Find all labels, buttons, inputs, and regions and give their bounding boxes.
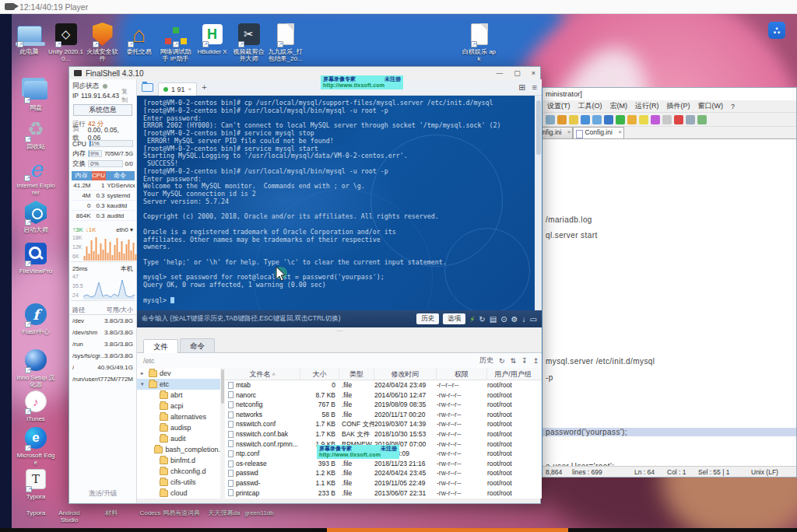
history-button[interactable]: 历史	[416, 313, 439, 324]
menu-icon[interactable]: ≡	[532, 82, 537, 93]
cmdbar-icon[interactable]: ▤	[490, 315, 497, 324]
menu-item[interactable]: 插件(P)	[667, 101, 690, 111]
toolbar-icon[interactable]	[697, 115, 707, 124]
tree-item[interactable]: alternatives	[137, 411, 224, 422]
terminal-scrollbar[interactable]	[535, 96, 542, 310]
process-row[interactable]: 864K0.3auditd	[72, 211, 135, 221]
net-interface-select[interactable]: eth0 ▾	[116, 226, 133, 233]
desktop-icon[interactable]: Unity 2020.10...	[47, 22, 84, 62]
tree-arrow-icon[interactable]: ▾	[141, 381, 146, 387]
toolbar-icon[interactable]	[592, 115, 602, 124]
tree-item[interactable]: ▾ etc	[137, 379, 224, 390]
cmdbar-icon[interactable]: ⚡	[469, 315, 475, 324]
desktop-icon[interactable]: Typora	[12, 467, 60, 500]
tree-arrow-icon[interactable]: ▸	[141, 370, 146, 376]
menu-item[interactable]: 宏(M)	[610, 101, 628, 111]
desktop-icon[interactable]: 网盘	[12, 78, 60, 111]
desktop-icon[interactable]: iTunes	[12, 389, 60, 422]
process-row[interactable]: 41.2M1YDService	[72, 180, 135, 191]
column-header[interactable]: 大小	[300, 368, 339, 380]
desktop-icon[interactable]: 网络调试助手 IP助手	[157, 22, 194, 62]
desktop-icon[interactable]: FileViewPro	[12, 241, 60, 275]
menu-item[interactable]: 窗口(W)	[698, 101, 724, 111]
splitter-handle[interactable]: ⋯	[137, 327, 542, 337]
layout-grid-icon[interactable]: ⊞	[518, 82, 525, 93]
editor-tab[interactable]: Config.ini	[542, 127, 573, 138]
new-tab-button[interactable]: +	[202, 82, 206, 92]
desktop-icon[interactable]: Internet Explorer	[12, 156, 60, 196]
toolbar-icon[interactable]	[546, 115, 555, 124]
toolbar-icon[interactable]	[639, 115, 648, 124]
tree-item[interactable]: audisp	[137, 422, 224, 433]
editor-tab[interactable]: Config.ini	[573, 127, 623, 138]
player-progress-bar[interactable]	[0, 528, 797, 532]
tab-commands[interactable]: 命令	[180, 338, 215, 352]
desktop-icon-label[interactable]: 材料	[91, 509, 132, 516]
column-header[interactable]: 权限	[437, 368, 487, 380]
menu-item[interactable]: 工具(O)	[578, 101, 602, 111]
file-row[interactable]: printcap 233 B .file 2013/06/07 22:31 -r…	[225, 488, 542, 499]
options-button[interactable]: 选项	[443, 313, 465, 324]
desktop-icon[interactable]: Flash中心	[12, 302, 60, 335]
desktop-icon[interactable]: 火绒安全软件	[84, 22, 121, 62]
desktop-icon[interactable]: 九九娱乐_打包结果_20...	[267, 22, 304, 62]
notepad-editor[interactable]: /mariadb.logql.server startmysql.server …	[542, 139, 796, 466]
desktop-icon[interactable]: 委托交易	[121, 22, 157, 62]
desktop-icon-label[interactable]: 网易有道词典	[161, 509, 202, 516]
toolbar-icon[interactable]	[569, 115, 578, 124]
tree-item[interactable]: chkconfig.d	[137, 466, 224, 477]
tree-item[interactable]: ▸ dev	[137, 368, 224, 379]
cmdbar-icon[interactable]: ↓	[522, 315, 526, 324]
tab-files[interactable]: 文件	[143, 339, 178, 353]
desktop-icon[interactable]: Microsoft Edge	[12, 425, 60, 466]
tree-item[interactable]: bash_completion.d	[137, 444, 224, 455]
file-row[interactable]: os-release 393 B .file 2018/11/23 21:16 …	[225, 459, 542, 469]
tree-item[interactable]: acpi	[137, 401, 224, 411]
copy-button[interactable]: 复制	[121, 87, 133, 104]
toolbar-icon[interactable]	[674, 115, 683, 124]
column-header[interactable]: 文件名	[225, 368, 300, 380]
tree-item[interactable]: binfmt.d	[137, 455, 224, 466]
desktop-icon[interactable]: 此电脑	[11, 22, 47, 62]
desktop-icon[interactable]: 回收站	[12, 117, 60, 150]
file-row[interactable]: nanorc 8.7 KB .file 2014/06/10 12:47 -rw…	[225, 390, 542, 401]
column-header[interactable]: 修改时间	[374, 368, 437, 380]
file-row[interactable]: nsswitch.conf.bak 1.7 KB BAK 文件 2018/10/…	[225, 429, 542, 439]
file-row[interactable]: networks 58 B .file 2020/11/17 00:20 -rw…	[225, 410, 542, 420]
toolbar-icon[interactable]	[604, 115, 613, 124]
toolbar-icon[interactable]	[651, 115, 660, 124]
tree-item[interactable]: cifs-utils	[137, 477, 224, 488]
desktop-icon-label[interactable]: Android Studio	[49, 509, 90, 523]
tab-close-icon[interactable]: ×	[188, 86, 192, 93]
cmdbar-icon[interactable]: ⚙	[511, 315, 518, 324]
file-row[interactable]: passwd- 1.1 KB .file 2019/11/05 22:49 -r…	[225, 478, 542, 488]
desktop-icon[interactable]: 视频裁剪合并大师	[230, 22, 267, 62]
file-row[interactable]: passwd 1.2 KB .file 2024/04/24 23:45 -rw…	[225, 468, 542, 478]
toolbar-icon[interactable]	[627, 115, 637, 124]
tree-item[interactable]: cloud	[137, 488, 224, 499]
tree-item[interactable]: abrt	[137, 390, 224, 401]
terminal-tab[interactable]: 1 91 ×	[158, 82, 197, 96]
file-tool-icon[interactable]: ↥	[533, 357, 539, 365]
cmdbar-icon[interactable]: ↻	[479, 315, 485, 324]
cmdbar-icon[interactable]: ⊙	[500, 315, 507, 324]
activate-upgrade-link[interactable]: 激活/升级	[69, 489, 136, 499]
folder-open-icon[interactable]	[142, 83, 153, 92]
toolbar-icon[interactable]	[557, 115, 567, 124]
system-info-button[interactable]: 系统信息	[73, 104, 132, 116]
current-path[interactable]: /etc	[143, 357, 155, 365]
desktop-icon[interactable]: Inno Setup 汉化器	[12, 348, 60, 388]
file-tool-icon[interactable]: ↧	[521, 357, 528, 365]
column-header[interactable]: 类型	[339, 368, 374, 380]
menu-item[interactable]: 设置(T)	[547, 101, 571, 111]
file-tool-icon[interactable]: ⇅	[511, 357, 517, 365]
toolbar-icon[interactable]	[662, 115, 672, 124]
desktop-icon-label[interactable]: green11db	[239, 509, 279, 516]
tree-item[interactable]: audit	[137, 433, 224, 444]
column-header[interactable]: 用户/用户组	[487, 368, 539, 380]
command-input[interactable]: 命令输入 (按ALT键提示历史,TAB键路径,ESC键返回,双击CTRL切换)	[142, 314, 413, 324]
cmdbar-icon[interactable]: ▭	[530, 315, 537, 324]
desktop-icon[interactable]: HBuilder X	[194, 22, 230, 62]
baidu-netdisk-icon[interactable]	[768, 22, 785, 39]
menu-item[interactable]: 运行(R)	[635, 101, 659, 111]
